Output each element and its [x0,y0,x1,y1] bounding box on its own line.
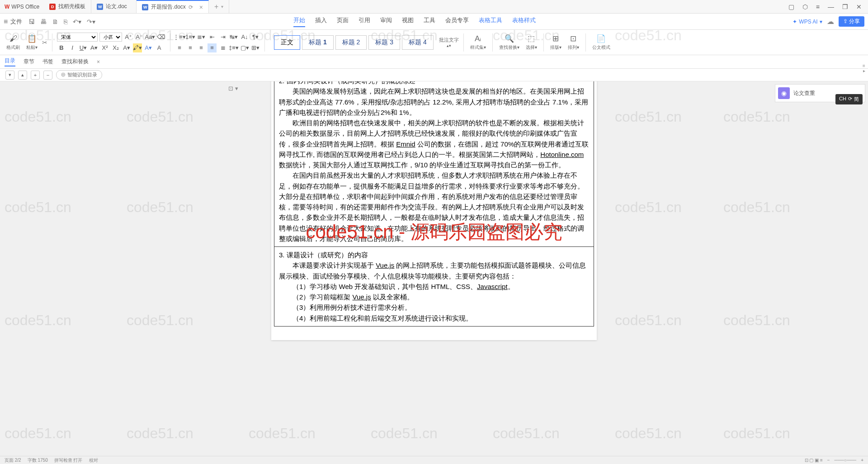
menu-table-style[interactable]: 表格样式 [512,16,536,27]
tab-close-icon[interactable]: × [199,4,203,11]
highlight-icon[interactable]: 🖍▾ [133,43,142,52]
numbering-icon[interactable]: 1≡▾ [186,33,195,42]
menu-insert[interactable]: 插入 [315,16,327,27]
win-icon-3[interactable]: ≡ [816,3,820,10]
redo-icon[interactable]: ↷▾ [87,18,95,25]
menu-view[interactable]: 视图 [402,16,414,27]
style-h1[interactable]: 标题 1 [302,35,334,50]
page-view-icon[interactable]: ⊡ ▾ [228,85,238,92]
document-page[interactable]: 2. 国内外同类设计（或同类研究）的概况综述 美国的网络发展特别迅速，因此在网上… [271,81,597,340]
font-name-select[interactable]: 宋体 [57,33,98,42]
menu-member[interactable]: 会员专享 [445,16,469,27]
win-icon-2[interactable]: ⬡ [802,3,808,10]
collapse-icon[interactable]: ▾ [5,71,14,80]
bold-icon[interactable]: B [57,43,66,52]
select-button[interactable]: ⬚选择▾ [524,34,539,51]
menu-table-tools[interactable]: 表格工具 [479,16,502,27]
status-page[interactable]: 页面 2/2 [5,457,21,464]
shrink-font-icon[interactable]: A⁻ [135,33,144,42]
styleset[interactable]: Aᵢ样式集▾ [468,34,488,51]
style-body[interactable]: 正文 [274,35,300,50]
find-replace[interactable]: 🔍查找替换▾ [497,34,521,51]
status-proof[interactable]: 校对 [89,457,98,464]
cut-icon[interactable]: ✂ [42,39,47,46]
menu-page[interactable]: 页面 [337,16,349,27]
share-button[interactable]: ⇪ 分享 [839,16,864,27]
maximize-icon[interactable]: ❐ [842,3,848,10]
style-h4[interactable]: 标题 4 [402,35,434,50]
bullets-icon[interactable]: ⋮≡▾ [175,33,184,42]
ime-indicator[interactable]: CH⟳简 [835,94,863,104]
zoom-out-icon[interactable]: − [827,458,830,463]
nav-chapter[interactable]: 章节 [24,58,34,66]
minimize-icon[interactable]: — [828,3,834,10]
indent-dec-icon[interactable]: ⇤ [208,33,217,42]
wps-ai[interactable]: ✦WPS AI▾ [793,19,822,25]
tab-icon[interactable]: ↹▾ [229,33,238,42]
distribute-icon[interactable]: ≣ [218,43,227,52]
align-justify-icon[interactable]: ≡ [208,43,217,52]
collapse-rail[interactable]: ≡▸ [860,63,868,81]
super-icon[interactable]: X² [100,43,109,52]
clear-format-icon[interactable]: ⌫ [156,33,165,42]
style-h3[interactable]: 标题 3 [368,35,400,50]
view-mode-icons[interactable]: ⊡ ▢ ▣ ≡ [805,458,823,463]
case-icon[interactable]: Aa▾ [146,33,155,42]
hamburger-icon[interactable]: ≡ [4,18,8,26]
official-mode[interactable]: 📄公文模式 [590,34,612,51]
zoom-in-icon[interactable]: + [861,458,863,463]
print-icon[interactable]: 🖶 [40,18,47,25]
menu-tools[interactable]: 工具 [424,16,435,27]
char-border-icon[interactable]: A [155,43,164,52]
up-icon[interactable]: ▴ [18,71,27,80]
marks-icon[interactable]: ¶▾ [251,33,260,42]
tab-doc-1[interactable]: W论文.doc [91,0,137,13]
tab-doc-2[interactable]: W开题报告.docx⟳× [137,0,209,13]
status-spell[interactable]: 拼写检查 打开 [54,457,83,464]
menu-review[interactable]: 审阅 [380,16,392,27]
arrange-button[interactable]: ⊡排列▾ [566,34,581,51]
grow-font-icon[interactable]: A⁺ [124,33,133,42]
nav-toc[interactable]: 目录 [5,57,15,66]
layout-button[interactable]: ⊞排版▾ [548,34,563,51]
tab-new[interactable]: +▾ [209,0,229,13]
paste-button[interactable]: 📋粘贴▾ [24,34,39,51]
style-h2[interactable]: 标题 2 [335,35,367,50]
menu-ref[interactable]: 引用 [359,16,370,27]
close-icon[interactable]: ✕ [856,3,862,10]
preview-icon[interactable]: 🗎 [52,18,58,25]
line-spacing-icon[interactable]: ‡≡▾ [229,43,238,52]
tab-templates[interactable]: D找稻壳模板 [44,0,91,13]
align-left-icon[interactable]: ≡ [175,43,184,52]
save-icon[interactable]: 🖫 [28,18,35,25]
status-words[interactable]: 字数 1750 [28,457,48,464]
minus-icon[interactable]: − [43,71,52,80]
zoom-slider[interactable]: ───○─── [835,458,857,463]
sort-icon[interactable]: A↓ [240,33,249,42]
underline-icon[interactable]: U▾ [79,43,88,52]
plus-icon[interactable]: + [31,71,40,80]
align-right-icon[interactable]: ≡ [197,43,206,52]
multilevel-icon[interactable]: ≣▾ [197,33,206,42]
format-painter[interactable]: 🖌格式刷 [5,34,22,51]
win-icon-1[interactable]: ▢ [788,3,794,10]
font-size-select[interactable]: 小四 [99,33,122,42]
nav-bookmark[interactable]: 书签 [42,58,53,66]
cloud-icon[interactable]: ☁ [827,17,834,26]
tab-refresh-icon[interactable]: ⟳ [189,4,193,10]
undo-icon[interactable]: ↶▾ [73,18,81,25]
file-menu[interactable]: 文件 [10,18,22,26]
indent-inc-icon[interactable]: ⇥ [218,33,227,42]
sub-icon[interactable]: X₂ [111,43,120,52]
shading-icon[interactable]: ▢▾ [240,43,249,52]
comment-style[interactable]: 批注文字▴▾ [439,37,459,48]
nav-close-icon[interactable]: × [97,59,100,65]
italic-icon[interactable]: I [68,43,77,52]
borders-icon[interactable]: ⊞▾ [251,43,260,52]
menu-start[interactable]: 开始 [293,16,305,27]
align-center-icon[interactable]: ≡ [186,43,195,52]
smart-toc[interactable]: ◎智能识别目录 [56,70,102,80]
text-effect-icon[interactable]: A▾ [144,43,153,52]
font-color-icon[interactable]: A▾ [122,43,131,52]
nav-find[interactable]: 查找和替换 [61,58,89,66]
